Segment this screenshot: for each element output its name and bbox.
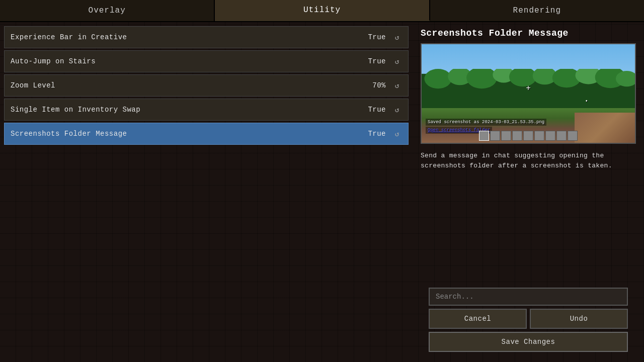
reset-icon-zoom-level[interactable]: ↺ bbox=[392, 80, 402, 90]
reset-icon-auto-jump[interactable]: ↺ bbox=[392, 56, 402, 66]
tab-bar: Overlay Utility Rendering bbox=[0, 0, 644, 22]
hotbar-slot-7 bbox=[545, 131, 555, 141]
detail-panel: Screenshots Folder Message bbox=[421, 28, 636, 284]
hotbar-slot-5 bbox=[523, 131, 533, 141]
svg-point-1 bbox=[424, 69, 451, 88]
setting-value-auto-jump: True bbox=[368, 57, 386, 65]
setting-screenshots-folder[interactable]: Screenshots Folder Message True ↺ bbox=[4, 123, 409, 145]
undo-button[interactable]: Undo bbox=[530, 309, 628, 329]
hotbar-slot-4 bbox=[512, 131, 522, 141]
player-indicator: • bbox=[585, 99, 588, 104]
right-panel: Screenshots Folder Message bbox=[413, 22, 644, 362]
setting-name-experience-bar: Experience Bar in Creative bbox=[11, 33, 368, 41]
hotbar-slot-2 bbox=[490, 131, 500, 141]
setting-name-auto-jump: Auto-Jump on Stairs bbox=[11, 57, 368, 65]
tab-utility[interactable]: Utility bbox=[215, 0, 430, 21]
main-content: Experience Bar in Creative True ↺ Auto-J… bbox=[0, 22, 644, 362]
cancel-undo-row: Cancel Undo bbox=[429, 309, 628, 329]
setting-value-zoom-level: 70% bbox=[372, 81, 386, 89]
bottom-controls: Cancel Undo Save Changes bbox=[421, 284, 636, 356]
detail-title: Screenshots Folder Message bbox=[421, 28, 636, 38]
setting-name-screenshots-folder: Screenshots Folder Message bbox=[11, 130, 368, 138]
hotbar-slot-6 bbox=[534, 131, 544, 141]
setting-value-experience-bar: True bbox=[368, 33, 386, 41]
settings-list: Experience Bar in Creative True ↺ Auto-J… bbox=[0, 22, 413, 362]
reset-icon-single-item[interactable]: ↺ bbox=[392, 105, 402, 115]
setting-value-single-item: True bbox=[368, 106, 386, 114]
setting-zoom-level[interactable]: Zoom Level 70% ↺ bbox=[4, 74, 409, 97]
reset-icon-screenshots-folder[interactable]: ↺ bbox=[392, 129, 402, 139]
setting-value-screenshots-folder: True bbox=[368, 130, 386, 138]
screenshot-message-text: Saved screenshot as 2024-03-03_21.53.35.… bbox=[426, 119, 546, 126]
setting-experience-bar[interactable]: Experience Bar in Creative True ↺ bbox=[4, 26, 409, 48]
hotbar bbox=[479, 131, 578, 141]
search-input[interactable] bbox=[429, 288, 628, 306]
hotbar-slot-1 bbox=[479, 131, 489, 141]
detail-image: + • Saved screenshot as 2024-03-03_21.53… bbox=[421, 43, 636, 144]
setting-auto-jump[interactable]: Auto-Jump on Stairs True ↺ bbox=[4, 50, 409, 72]
reset-icon-experience-bar[interactable]: ↺ bbox=[392, 32, 402, 42]
crosshair: + bbox=[526, 84, 531, 93]
hotbar-slot-8 bbox=[556, 131, 567, 141]
tab-overlay[interactable]: Overlay bbox=[0, 0, 215, 21]
hotbar-slot-3 bbox=[501, 131, 511, 141]
save-changes-button[interactable]: Save Changes bbox=[429, 332, 628, 352]
hotbar-slot-9 bbox=[568, 131, 578, 141]
tab-rendering[interactable]: Rendering bbox=[430, 0, 644, 21]
cancel-button[interactable]: Cancel bbox=[429, 309, 527, 329]
setting-name-zoom-level: Zoom Level bbox=[11, 81, 372, 89]
setting-single-item[interactable]: Single Item on Inventory Swap True ↺ bbox=[4, 99, 409, 121]
setting-name-single-item: Single Item on Inventory Swap bbox=[11, 106, 368, 114]
detail-description: Send a message in chat suggesting openin… bbox=[421, 151, 636, 170]
